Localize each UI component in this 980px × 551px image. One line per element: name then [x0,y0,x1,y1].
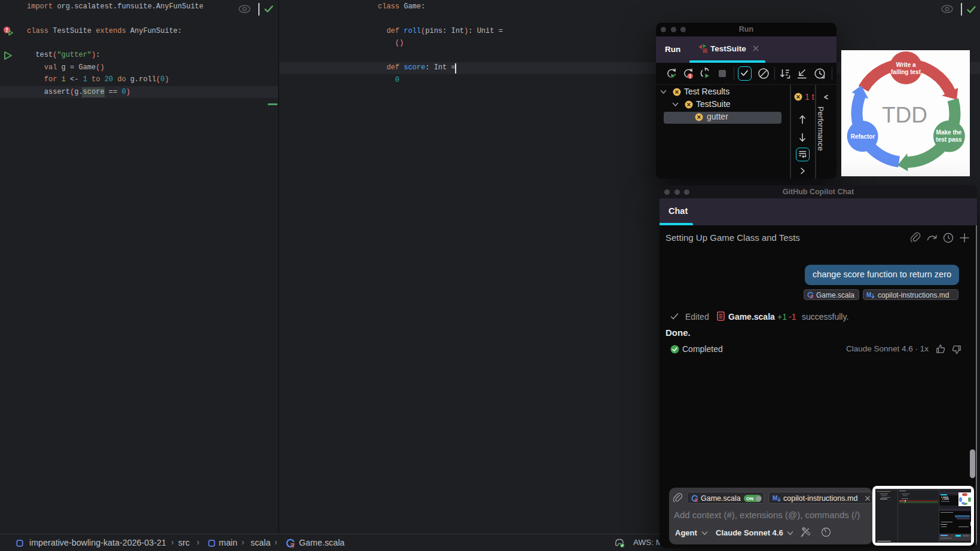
svg-text:Write a: Write a [896,62,916,68]
svg-text:failing test: failing test [891,69,921,75]
svg-text:test pass: test pass [936,136,962,143]
svg-text:Refactor: Refactor [851,133,875,140]
svg-text:Make the: Make the [936,129,962,136]
svg-text:TDD: TDD [882,103,927,127]
